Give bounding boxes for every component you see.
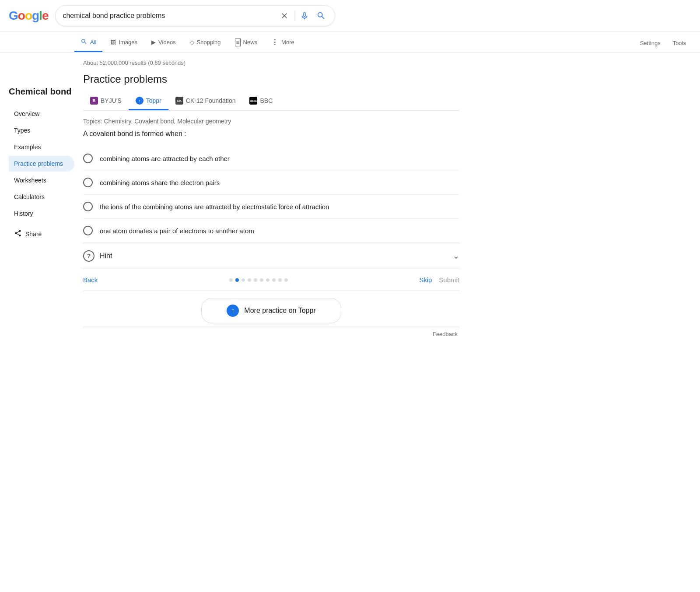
search-tabs: All 🖼 Images ▶ Videos ◇ Shopping ≡ News … <box>0 32 700 53</box>
toppr-button-icon: ↑ <box>227 305 239 317</box>
options-list: combining atoms are attracted by each ot… <box>83 147 459 243</box>
bbc-label: BBC <box>260 97 273 104</box>
feedback-bar: Feedback <box>83 327 459 341</box>
source-tab-toppr[interactable]: ↑ Toppr <box>129 92 168 110</box>
source-tab-bbc[interactable]: BBC BBC <box>242 92 280 110</box>
content-area: About 52,000,000 results (0.89 seconds) … <box>74 60 459 341</box>
radio-b[interactable] <box>83 178 93 187</box>
tab-videos-label: Videos <box>158 39 176 46</box>
tab-shopping-label: Shopping <box>197 39 221 46</box>
bbc-icon: BBC <box>249 97 257 105</box>
tab-all-label: All <box>90 39 96 46</box>
more-practice-button[interactable]: ↑ More practice on Toppr <box>201 298 341 323</box>
tab-news[interactable]: ≡ News <box>229 34 264 52</box>
dot-4[interactable] <box>248 278 251 282</box>
all-search-icon <box>80 38 88 46</box>
news-icon: ≡ <box>235 39 241 46</box>
sidebar-nav: Overview Types Examples Practice problem… <box>9 106 74 221</box>
sidebar: Chemical bond Overview Types Examples Pr… <box>9 60 74 341</box>
dot-9[interactable] <box>278 278 282 282</box>
submit-button: Submit <box>439 276 459 284</box>
skip-button[interactable]: Skip <box>419 276 432 284</box>
sidebar-item-examples[interactable]: Examples <box>9 139 74 155</box>
hint-label: Hint <box>100 252 448 260</box>
radio-c[interactable] <box>83 202 93 211</box>
videos-icon: ▶ <box>151 39 156 46</box>
share-icon <box>14 229 22 238</box>
sidebar-item-worksheets[interactable]: Worksheets <box>9 172 74 188</box>
sidebar-item-history[interactable]: History <box>9 206 74 221</box>
dot-10[interactable] <box>284 278 288 282</box>
ck12-icon: CK <box>175 97 183 105</box>
share-button[interactable]: Share <box>9 225 74 243</box>
option-b[interactable]: combining atoms share the electron pairs <box>83 171 459 195</box>
settings-tools: Settings Tools <box>635 36 691 50</box>
voice-search-button[interactable] <box>298 9 311 22</box>
nav-dots <box>105 278 412 282</box>
toppr-label: Toppr <box>146 97 161 104</box>
hint-icon: ? <box>83 250 94 262</box>
results-count: About 52,000,000 results (0.89 seconds) <box>83 60 459 66</box>
share-label: Share <box>25 231 42 238</box>
sidebar-item-practice-problems[interactable]: Practice problems <box>9 156 74 172</box>
search-button[interactable] <box>315 9 328 22</box>
hint-chevron-icon: ⌄ <box>453 251 459 261</box>
tab-images-label: Images <box>119 39 137 46</box>
topics-line: Topics: Chemistry, Covalent bond, Molecu… <box>83 118 459 125</box>
option-b-text: combining atoms share the electron pairs <box>100 179 220 186</box>
more-practice-label: More practice on Toppr <box>244 307 315 315</box>
google-logo[interactable]: Google <box>9 9 48 23</box>
tab-shopping[interactable]: ◇ Shopping <box>184 35 227 51</box>
source-tab-byjus[interactable]: B BYJU'S <box>83 92 129 110</box>
sidebar-item-calculators[interactable]: Calculators <box>9 189 74 205</box>
ck12-label: CK-12 Foundation <box>186 97 236 104</box>
radio-d[interactable] <box>83 226 93 235</box>
clear-search-button[interactable] <box>278 10 290 22</box>
shopping-icon: ◇ <box>190 39 194 46</box>
sidebar-title: Chemical bond <box>9 86 74 97</box>
sidebar-item-overview[interactable]: Overview <box>9 106 74 122</box>
option-c-text: the ions of the combining atoms are attr… <box>100 203 329 210</box>
settings-button[interactable]: Settings <box>635 36 666 50</box>
more-dots-icon: ⋮ <box>271 38 279 46</box>
option-d-text: one atom donates a pair of electrons to … <box>100 227 254 235</box>
tab-more[interactable]: ⋮ More <box>265 34 301 52</box>
tools-button[interactable]: Tools <box>668 36 691 50</box>
dot-7[interactable] <box>266 278 270 282</box>
byjus-label: BYJU'S <box>101 97 122 104</box>
back-button[interactable]: Back <box>83 276 98 284</box>
section-title: Practice problems <box>83 73 459 85</box>
dot-6[interactable] <box>260 278 263 282</box>
search-bar <box>55 5 335 26</box>
tab-news-label: News <box>243 39 258 46</box>
byjus-icon: B <box>90 97 98 105</box>
tab-more-label: More <box>281 39 294 46</box>
sidebar-item-types[interactable]: Types <box>9 123 74 138</box>
dot-2[interactable] <box>235 278 239 282</box>
divider <box>294 11 294 21</box>
option-c[interactable]: the ions of the combining atoms are attr… <box>83 195 459 219</box>
radio-a[interactable] <box>83 154 93 163</box>
header: Google <box>0 0 700 32</box>
tab-videos[interactable]: ▶ Videos <box>145 35 182 51</box>
images-icon: 🖼 <box>110 39 116 46</box>
dot-1[interactable] <box>229 278 233 282</box>
source-tabs: B BYJU'S ↑ Toppr CK CK-12 Foundation BBC… <box>83 92 459 111</box>
hint-section[interactable]: ? Hint ⌄ <box>83 243 459 269</box>
search-input[interactable] <box>63 12 275 20</box>
feedback-button[interactable]: Feedback <box>433 331 458 337</box>
dot-3[interactable] <box>242 278 245 282</box>
tab-all[interactable]: All <box>74 34 102 52</box>
tab-images[interactable]: 🖼 Images <box>104 35 144 51</box>
main-content: Chemical bond Overview Types Examples Pr… <box>0 53 700 348</box>
dot-8[interactable] <box>272 278 276 282</box>
dot-5[interactable] <box>254 278 257 282</box>
more-practice-container: ↑ More practice on Toppr <box>83 291 459 327</box>
question-nav-bar: Back Skip Submit <box>83 269 459 291</box>
option-a[interactable]: combining atoms are attracted by each ot… <box>83 147 459 171</box>
source-tab-ck12[interactable]: CK CK-12 Foundation <box>168 92 243 110</box>
toppr-icon: ↑ <box>136 97 144 105</box>
option-d[interactable]: one atom donates a pair of electrons to … <box>83 219 459 243</box>
option-a-text: combining atoms are attracted by each ot… <box>100 155 230 162</box>
question-text: A covalent bond is formed when : <box>83 130 459 138</box>
